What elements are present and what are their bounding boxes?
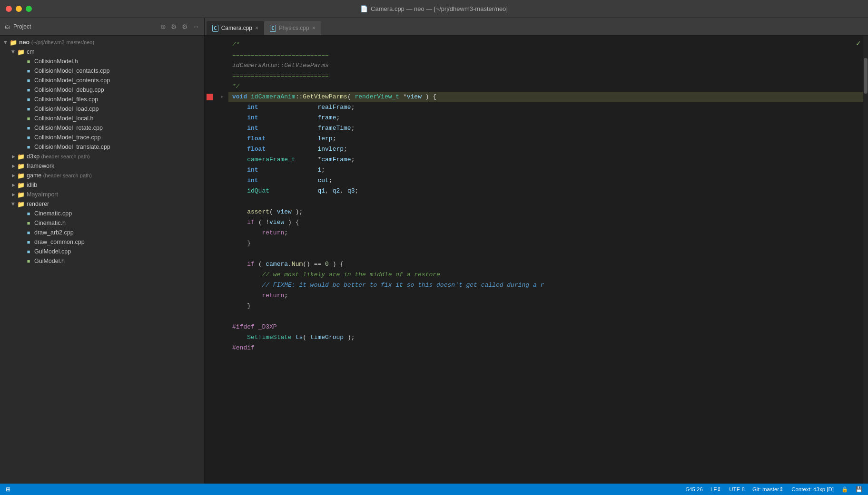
cpp-icon: ■ <box>25 134 32 141</box>
d3xp-arrow: ▶ <box>10 153 17 160</box>
file-label: CollisionModel_rotate.cpp <box>34 125 103 131</box>
line-content: int frame; <box>228 113 858 123</box>
code-line: int realFrame; <box>228 102 868 113</box>
collapse-arrow[interactable]: ▶ <box>221 92 223 102</box>
cpp-file-icon-2: C <box>270 25 276 32</box>
settings-icon[interactable]: ⚙ <box>182 23 188 30</box>
h-icon: ■ <box>25 115 32 122</box>
minimize-button[interactable] <box>16 6 22 12</box>
encoding-selector[interactable]: UTF-8 <box>729 486 745 492</box>
close-button[interactable] <box>6 6 12 12</box>
scroll-thumb[interactable] <box>864 58 868 94</box>
save-button[interactable]: 💾 <box>856 486 862 493</box>
cursor-position[interactable]: 545:26 <box>686 486 703 492</box>
sidebar-header: 🗂 Project ⊕ ⚙ ⚙ ↔ <box>0 18 205 35</box>
line-content: cameraFrame_t *camFrame; <box>228 155 858 165</box>
code-line: int frameTime; <box>228 123 868 134</box>
file-cm-local[interactable]: ■ CollisionModel_local.h <box>0 114 204 123</box>
line-ending-selector[interactable]: LF⇕ <box>710 486 721 493</box>
panel-icon[interactable]: ⊞ <box>6 486 10 493</box>
game-folder-icon: 📁 <box>17 172 25 179</box>
line-content: idCameraAnim::GetViewParms <box>228 60 858 71</box>
line-content: float lerp; <box>228 134 858 144</box>
file-cm-load[interactable]: ■ CollisionModel_load.cpp <box>0 104 204 114</box>
tab-label: Camera.cpp <box>221 25 252 31</box>
filter-icon[interactable]: ⚙ <box>171 23 177 30</box>
collapse-icon[interactable]: ↔ <box>193 23 199 30</box>
tree-folder-cm[interactable]: ▶ 📁 cm <box>0 47 204 57</box>
code-line: ========================== <box>228 50 868 60</box>
file-guimodel-h[interactable]: ■ GuiModel.h <box>0 256 204 266</box>
tree-folder-maya[interactable]: ▶ 📁 MayaImport <box>0 190 204 199</box>
tab-close-icon-2[interactable]: × <box>312 25 316 31</box>
file-cm-translate[interactable]: ■ CollisionModel_translate.cpp <box>0 142 204 152</box>
maya-arrow: ▶ <box>10 191 17 198</box>
file-label: draw_common.cpp <box>34 239 85 245</box>
file-label: GuiModel.cpp <box>34 248 71 255</box>
file-draw-arb2[interactable]: ■ draw_arb2.cpp <box>0 228 204 237</box>
lock-button[interactable]: 🔒 <box>841 486 848 493</box>
code-line: int i; <box>228 165 868 175</box>
tree-folder-d3xp[interactable]: ▶ 📁 d3xp (header search path) <box>0 152 204 161</box>
line-content: idQuat q1, q2, q3; <box>228 186 858 196</box>
tree-folder-framework[interactable]: ▶ 📁 framework <box>0 161 204 171</box>
file-label: CollisionModel_contacts.cpp <box>34 68 109 74</box>
file-label: CollisionModel_translate.cpp <box>34 144 110 150</box>
h-icon: ■ <box>25 219 32 227</box>
code-editor[interactable]: /* ========================== idCameraAn… <box>205 36 868 484</box>
tree-folder-idlib[interactable]: ▶ 📁 idlib <box>0 180 204 190</box>
file-cinematic-cpp[interactable]: ■ Cinematic.cpp <box>0 209 204 218</box>
line-content: return; <box>228 291 858 301</box>
code-line: cameraFrame_t *camFrame; <box>228 155 868 165</box>
maximize-button[interactable] <box>26 6 32 12</box>
tab-close-icon[interactable]: × <box>255 25 258 31</box>
file-cm-trace[interactable]: ■ CollisionModel_trace.cpp <box>0 133 204 142</box>
code-line <box>228 249 868 259</box>
tree-root[interactable]: ▶ 📁 neo (~/prj/dhewm3-master/neo) <box>0 38 204 47</box>
tree-folder-renderer[interactable]: ▶ 📁 renderer <box>0 199 204 209</box>
code-block: /* ========================== idCameraAn… <box>228 36 868 357</box>
line-content: SetTimeState ts( timeGroup ); <box>228 332 858 343</box>
tree-folder-game[interactable]: ▶ 📁 game (header search path) <box>0 171 204 180</box>
line-content: } <box>228 301 858 311</box>
root-folder-icon: 📁 <box>10 39 17 46</box>
tab-label-2: Physics.cpp <box>279 25 309 31</box>
file-collisionmodel-h[interactable]: ■ CollisionModel.h <box>0 57 204 66</box>
file-label: CollisionModel_load.cpp <box>34 106 99 112</box>
root-label: neo (~/prj/dhewm3-master/neo) <box>19 39 94 46</box>
file-cm-debug[interactable]: ■ CollisionModel_debug.cpp <box>0 85 204 95</box>
tab-physics-cpp[interactable]: C Physics.cpp × <box>264 21 321 35</box>
code-line: /* <box>228 39 868 50</box>
file-cm-files[interactable]: ■ CollisionModel_files.cpp <box>0 95 204 104</box>
idlib-arrow: ▶ <box>10 181 17 189</box>
file-label: CollisionModel_trace.cpp <box>34 134 101 141</box>
line-content: /* <box>228 39 858 50</box>
line-content: */ <box>228 81 858 92</box>
code-line <box>228 196 868 207</box>
idlib-folder-icon: 📁 <box>17 181 25 189</box>
tab-camera-cpp[interactable]: C Camera.cpp × <box>207 21 264 35</box>
line-content: if ( !view ) { <box>228 217 858 228</box>
line-content: ========================== <box>228 71 858 81</box>
code-line: if ( camera.Num() == 0 ) { <box>228 259 868 270</box>
code-line: return; <box>228 228 868 238</box>
file-label: CollisionModel_local.h <box>34 115 93 122</box>
maya-label: MayaImport <box>27 191 58 198</box>
cm-folder-icon: 📁 <box>17 48 25 56</box>
context-info[interactable]: Context: d3xp [D] <box>791 486 834 492</box>
file-guimodel-cpp[interactable]: ■ GuiModel.cpp <box>0 247 204 256</box>
file-draw-common[interactable]: ■ draw_common.cpp <box>0 237 204 247</box>
git-branch[interactable]: Git: master⇕ <box>752 486 784 493</box>
file-cm-contents[interactable]: ■ CollisionModel_contents.cpp <box>0 76 204 85</box>
file-tree[interactable]: ▶ 📁 neo (~/prj/dhewm3-master/neo) ▶ 📁 cm… <box>0 36 204 484</box>
add-folder-icon[interactable]: ⊕ <box>160 23 166 30</box>
project-icon: 🗂 <box>5 23 10 30</box>
code-line: idQuat q1, q2, q3; <box>228 186 868 196</box>
file-cm-contacts[interactable]: ■ CollisionModel_contacts.cpp <box>0 66 204 76</box>
line-content: return; <box>228 228 858 238</box>
scroll-track[interactable] <box>863 36 868 484</box>
line-content <box>228 249 858 259</box>
file-cinematic-h[interactable]: ■ Cinematic.h <box>0 218 204 228</box>
file-cm-rotate[interactable]: ■ CollisionModel_rotate.cpp <box>0 123 204 133</box>
title-icon: 📄 <box>360 5 368 12</box>
